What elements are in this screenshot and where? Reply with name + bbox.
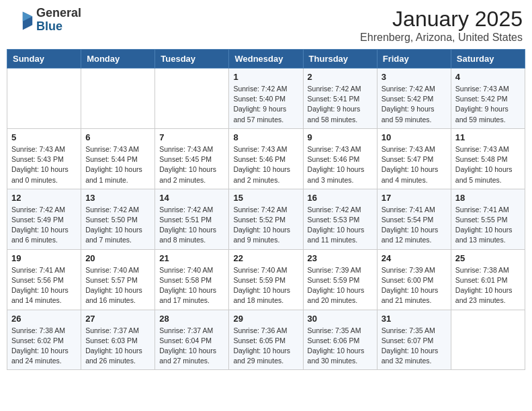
day-number: 16	[308, 193, 373, 203]
calendar-cell	[451, 310, 525, 370]
day-info: Sunrise: 7:43 AM Sunset: 5:46 PM Dayligh…	[308, 144, 373, 185]
calendar-cell: 29Sunrise: 7:36 AM Sunset: 6:05 PM Dayli…	[229, 310, 303, 370]
weekday-header-monday: Monday	[81, 50, 155, 68]
calendar-cell: 11Sunrise: 7:43 AM Sunset: 5:48 PM Dayli…	[451, 128, 525, 189]
day-info: Sunrise: 7:37 AM Sunset: 6:03 PM Dayligh…	[85, 326, 150, 367]
calendar-week-row: 12Sunrise: 7:42 AM Sunset: 5:49 PM Dayli…	[7, 189, 525, 249]
day-info: Sunrise: 7:43 AM Sunset: 5:44 PM Dayligh…	[85, 144, 150, 185]
day-number: 23	[308, 253, 373, 263]
calendar-cell: 19Sunrise: 7:41 AM Sunset: 5:56 PM Dayli…	[7, 249, 81, 310]
calendar-week-row: 26Sunrise: 7:38 AM Sunset: 6:02 PM Dayli…	[7, 310, 525, 370]
calendar-cell: 14Sunrise: 7:42 AM Sunset: 5:51 PM Dayli…	[155, 189, 229, 249]
day-number: 15	[233, 193, 298, 203]
weekday-header-wednesday: Wednesday	[229, 50, 303, 68]
day-info: Sunrise: 7:40 AM Sunset: 5:58 PM Dayligh…	[159, 265, 224, 306]
title-block: January 2025 Ehrenberg, Arizona, United …	[360, 7, 523, 44]
day-info: Sunrise: 7:42 AM Sunset: 5:51 PM Dayligh…	[159, 205, 224, 246]
calendar-cell: 8Sunrise: 7:43 AM Sunset: 5:46 PM Daylig…	[229, 128, 303, 189]
calendar-cell: 20Sunrise: 7:40 AM Sunset: 5:57 PM Dayli…	[81, 249, 155, 310]
logo-icon	[9, 8, 34, 32]
calendar-cell: 30Sunrise: 7:35 AM Sunset: 6:06 PM Dayli…	[303, 310, 377, 370]
day-info: Sunrise: 7:43 AM Sunset: 5:46 PM Dayligh…	[233, 144, 298, 185]
day-info: Sunrise: 7:38 AM Sunset: 6:02 PM Dayligh…	[11, 326, 77, 367]
calendar-cell: 18Sunrise: 7:41 AM Sunset: 5:55 PM Dayli…	[451, 189, 525, 249]
day-number: 3	[382, 72, 447, 82]
calendar-cell: 17Sunrise: 7:41 AM Sunset: 5:54 PM Dayli…	[377, 189, 451, 249]
day-number: 14	[159, 193, 224, 203]
day-info: Sunrise: 7:43 AM Sunset: 5:42 PM Dayligh…	[455, 84, 521, 125]
day-info: Sunrise: 7:43 AM Sunset: 5:48 PM Dayligh…	[455, 144, 521, 185]
weekday-header-thursday: Thursday	[303, 50, 377, 68]
calendar-week-row: 1Sunrise: 7:42 AM Sunset: 5:40 PM Daylig…	[7, 68, 525, 129]
day-number: 26	[11, 314, 77, 324]
calendar-cell: 7Sunrise: 7:43 AM Sunset: 5:45 PM Daylig…	[155, 128, 229, 189]
calendar-cell: 4Sunrise: 7:43 AM Sunset: 5:42 PM Daylig…	[451, 68, 525, 129]
day-number: 7	[159, 132, 224, 142]
day-number: 6	[85, 132, 150, 142]
day-info: Sunrise: 7:35 AM Sunset: 6:07 PM Dayligh…	[382, 326, 447, 367]
day-number: 24	[382, 253, 447, 263]
day-number: 9	[308, 132, 373, 142]
calendar-cell: 22Sunrise: 7:40 AM Sunset: 5:59 PM Dayli…	[229, 249, 303, 310]
calendar-title: January 2025	[360, 7, 523, 32]
calendar-cell: 26Sunrise: 7:38 AM Sunset: 6:02 PM Dayli…	[7, 310, 81, 370]
calendar-cell: 13Sunrise: 7:42 AM Sunset: 5:50 PM Dayli…	[81, 189, 155, 249]
day-number: 25	[455, 253, 521, 263]
calendar-cell: 23Sunrise: 7:39 AM Sunset: 5:59 PM Dayli…	[303, 249, 377, 310]
calendar-cell: 21Sunrise: 7:40 AM Sunset: 5:58 PM Dayli…	[155, 249, 229, 310]
calendar-cell: 10Sunrise: 7:43 AM Sunset: 5:47 PM Dayli…	[377, 128, 451, 189]
weekday-header-tuesday: Tuesday	[155, 50, 229, 68]
calendar-cell: 24Sunrise: 7:39 AM Sunset: 6:00 PM Dayli…	[377, 249, 451, 310]
day-number: 29	[233, 314, 298, 324]
day-info: Sunrise: 7:42 AM Sunset: 5:42 PM Dayligh…	[382, 84, 447, 125]
calendar-cell: 5Sunrise: 7:43 AM Sunset: 5:43 PM Daylig…	[7, 128, 81, 189]
weekday-header-row: SundayMondayTuesdayWednesdayThursdayFrid…	[7, 50, 525, 68]
day-number: 5	[11, 132, 77, 142]
day-number: 8	[233, 132, 298, 142]
calendar-cell: 12Sunrise: 7:42 AM Sunset: 5:49 PM Dayli…	[7, 189, 81, 249]
calendar-cell: 9Sunrise: 7:43 AM Sunset: 5:46 PM Daylig…	[303, 128, 377, 189]
day-number: 20	[85, 253, 150, 263]
day-info: Sunrise: 7:40 AM Sunset: 5:57 PM Dayligh…	[85, 265, 150, 306]
logo-blue-text: Blue	[36, 19, 62, 33]
day-number: 27	[85, 314, 150, 324]
day-info: Sunrise: 7:41 AM Sunset: 5:56 PM Dayligh…	[11, 265, 77, 306]
day-info: Sunrise: 7:40 AM Sunset: 5:59 PM Dayligh…	[233, 265, 298, 306]
day-number: 21	[159, 253, 224, 263]
day-number: 30	[308, 314, 373, 324]
day-number: 13	[85, 193, 150, 203]
day-number: 18	[455, 193, 521, 203]
calendar-subtitle: Ehrenberg, Arizona, United States	[360, 32, 523, 44]
day-info: Sunrise: 7:37 AM Sunset: 6:04 PM Dayligh…	[159, 326, 224, 367]
calendar-table: SundayMondayTuesdayWednesdayThursdayFrid…	[7, 49, 525, 370]
day-info: Sunrise: 7:42 AM Sunset: 5:53 PM Dayligh…	[308, 205, 373, 246]
calendar-cell: 31Sunrise: 7:35 AM Sunset: 6:07 PM Dayli…	[377, 310, 451, 370]
day-info: Sunrise: 7:41 AM Sunset: 5:55 PM Dayligh…	[455, 205, 521, 246]
calendar-cell: 25Sunrise: 7:38 AM Sunset: 6:01 PM Dayli…	[451, 249, 525, 310]
logo: General Blue	[9, 7, 81, 34]
day-info: Sunrise: 7:38 AM Sunset: 6:01 PM Dayligh…	[455, 265, 521, 306]
page-header: General Blue January 2025 Ehrenberg, Ari…	[7, 7, 525, 44]
day-info: Sunrise: 7:39 AM Sunset: 6:00 PM Dayligh…	[382, 265, 447, 306]
day-info: Sunrise: 7:43 AM Sunset: 5:47 PM Dayligh…	[382, 144, 447, 185]
calendar-week-row: 5Sunrise: 7:43 AM Sunset: 5:43 PM Daylig…	[7, 128, 525, 189]
weekday-header-friday: Friday	[377, 50, 451, 68]
day-number: 10	[382, 132, 447, 142]
day-number: 1	[233, 72, 298, 82]
calendar-cell: 6Sunrise: 7:43 AM Sunset: 5:44 PM Daylig…	[81, 128, 155, 189]
day-info: Sunrise: 7:41 AM Sunset: 5:54 PM Dayligh…	[382, 205, 447, 246]
calendar-week-row: 19Sunrise: 7:41 AM Sunset: 5:56 PM Dayli…	[7, 249, 525, 310]
day-info: Sunrise: 7:42 AM Sunset: 5:40 PM Dayligh…	[233, 84, 298, 125]
calendar-cell: 27Sunrise: 7:37 AM Sunset: 6:03 PM Dayli…	[81, 310, 155, 370]
day-info: Sunrise: 7:42 AM Sunset: 5:49 PM Dayligh…	[11, 205, 77, 246]
calendar-cell	[7, 68, 81, 129]
calendar-cell: 1Sunrise: 7:42 AM Sunset: 5:40 PM Daylig…	[229, 68, 303, 129]
day-number: 17	[382, 193, 447, 203]
day-info: Sunrise: 7:35 AM Sunset: 6:06 PM Dayligh…	[308, 326, 373, 367]
day-number: 12	[11, 193, 77, 203]
day-info: Sunrise: 7:36 AM Sunset: 6:05 PM Dayligh…	[233, 326, 298, 367]
logo-general-text: General	[36, 6, 81, 19]
day-number: 19	[11, 253, 77, 263]
calendar-cell: 2Sunrise: 7:42 AM Sunset: 5:41 PM Daylig…	[303, 68, 377, 129]
calendar-cell	[81, 68, 155, 129]
